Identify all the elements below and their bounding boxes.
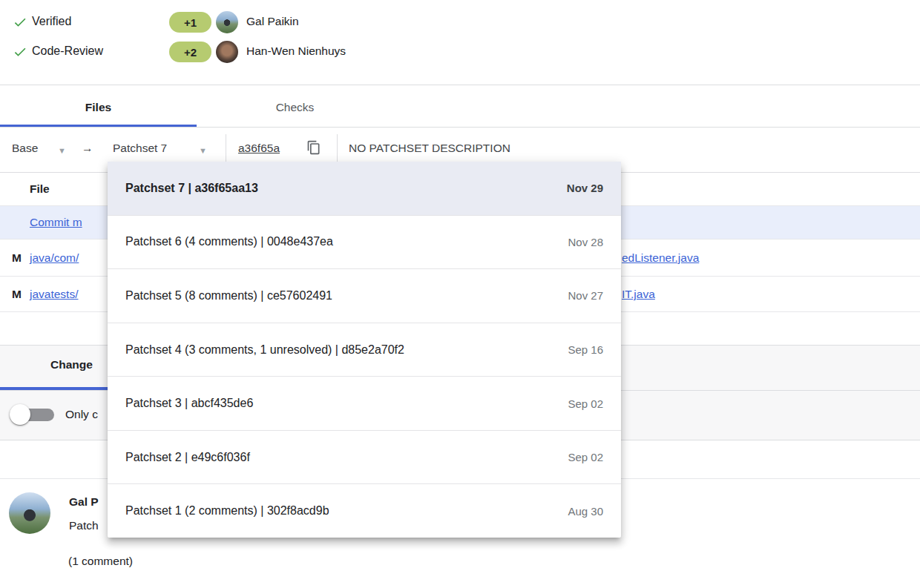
- file-column-header: File: [30, 182, 50, 196]
- patchset-dropdown-item[interactable]: Patchset 6 (4 comments) | 0048e437ea Nov…: [108, 215, 621, 269]
- patchset-item-label: Patchset 5 (8 comments) | ce57602491: [125, 289, 332, 303]
- file-status: M: [12, 251, 22, 265]
- comment-message: Patch: [69, 519, 99, 532]
- patchset-description: NO PATCHSET DESCRIPTION: [349, 142, 510, 155]
- patchset-dropdown-item[interactable]: Patchset 2 | e49c6f036f Sep 02: [108, 430, 621, 484]
- patchset-item-date: Nov 28: [568, 236, 603, 248]
- file-link[interactable]: IT.java: [622, 288, 655, 301]
- chevron-down-icon[interactable]: ▼: [58, 146, 66, 155]
- tab-change-log[interactable]: Change: [50, 358, 93, 371]
- patchset-item-date: Nov 27: [568, 289, 603, 302]
- patchset-dropdown-item[interactable]: Patchset 4 (3 comments, 1 unresolved) | …: [108, 323, 621, 377]
- avatar[interactable]: [216, 11, 238, 33]
- tab-files[interactable]: Files: [0, 99, 197, 116]
- patchset-item-label: Patchset 7 | a36f65aa13: [125, 182, 258, 195]
- voter-name[interactable]: Gal Paikin: [246, 15, 299, 28]
- toggle-knob: [10, 404, 30, 425]
- vote-row-code-review: Code-Review +2 Han-Wen Nienhuys: [0, 42, 920, 64]
- patchset-item-date: Sep 16: [568, 343, 603, 356]
- patchset-item-label: Patchset 4 (3 comments, 1 unresolved) | …: [125, 343, 404, 357]
- only-comments-toggle[interactable]: [10, 403, 56, 426]
- patchset-item-label: Patchset 2 | e49c6f036f: [125, 451, 250, 464]
- patchset-item-date: Sep 02: [568, 451, 603, 463]
- check-icon: [13, 15, 27, 30]
- comment-author-avatar[interactable]: [9, 492, 50, 534]
- gerrit-change-screen: Verified +1 Gal Paikin Code-Review +2 Ha…: [0, 0, 920, 588]
- file-link[interactable]: Commit m: [30, 216, 82, 229]
- patchset-item-label: Patchset 3 | abcf435de6: [125, 397, 253, 410]
- file-link[interactable]: java/com/: [30, 251, 79, 265]
- chevron-down-icon[interactable]: ▼: [199, 146, 207, 155]
- comment-count[interactable]: (1 comment): [68, 555, 133, 568]
- patchset-item-label: Patchset 6 (4 comments) | 0048e437ea: [125, 235, 333, 248]
- patchset-dropdown-item[interactable]: Patchset 7 | a36f65aa13 Nov 29: [108, 162, 621, 215]
- vote-chip[interactable]: +1: [169, 12, 211, 33]
- patchset-item-date: Aug 30: [568, 505, 603, 518]
- commit-sha-link[interactable]: a36f65a: [238, 142, 280, 155]
- toggle-label: Only c: [65, 408, 98, 421]
- arrow-right-icon: →: [82, 142, 93, 155]
- vote-chip[interactable]: +2: [169, 42, 211, 62]
- patchset-item-date: Nov 29: [567, 182, 603, 194]
- patchset-item-date: Sep 02: [568, 397, 603, 410]
- vote-label: Verified: [32, 15, 71, 28]
- patchset-dropdown-item[interactable]: Patchset 5 (8 comments) | ce57602491 Nov…: [108, 268, 621, 323]
- copy-icon[interactable]: [306, 140, 321, 155]
- file-link[interactable]: edListener.java: [622, 251, 699, 265]
- base-selector[interactable]: Base: [12, 142, 38, 155]
- patchset-dropdown-item[interactable]: Patchset 3 | abcf435de6 Sep 02: [108, 376, 621, 430]
- check-icon: [13, 44, 27, 59]
- divider: [337, 134, 338, 165]
- comment-author[interactable]: Gal P: [69, 495, 99, 509]
- vote-row-verified: Verified +1 Gal Paikin: [0, 12, 920, 34]
- vote-label: Code-Review: [32, 44, 103, 58]
- file-status: M: [12, 288, 22, 301]
- patchset-dropdown-menu: Patchset 7 | a36f65aa13 Nov 29 Patchset …: [108, 162, 621, 538]
- patchset-dropdown-item[interactable]: Patchset 1 (2 comments) | 302f8acd9b Aug…: [108, 483, 621, 538]
- tab-checks[interactable]: Checks: [197, 99, 393, 116]
- voter-name[interactable]: Han-Wen Nienhuys: [246, 44, 346, 58]
- divider: [226, 134, 226, 165]
- patchset-selector[interactable]: Patchset 7: [113, 142, 167, 155]
- divider: [0, 85, 920, 85]
- file-link[interactable]: javatests/: [30, 288, 78, 301]
- patchset-item-label: Patchset 1 (2 comments) | 302f8acd9b: [125, 504, 329, 518]
- avatar[interactable]: [216, 41, 238, 63]
